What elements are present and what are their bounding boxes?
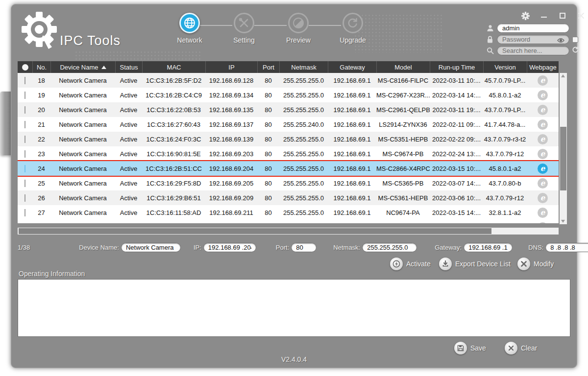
export-download-icon bbox=[439, 258, 452, 270]
device-name-field[interactable] bbox=[121, 243, 181, 252]
column-header-status[interactable]: Status bbox=[115, 61, 142, 73]
cell-no: 20 bbox=[32, 106, 50, 114]
column-header-device-name[interactable]: Device Name bbox=[50, 61, 115, 73]
column-header-ip[interactable]: IP bbox=[205, 61, 257, 73]
port-field[interactable] bbox=[291, 243, 317, 252]
table-row[interactable]: 20Network CameraActive1C:C3:16:22:0B:531… bbox=[18, 102, 559, 117]
cell-port: 80 bbox=[257, 136, 279, 143]
table-row[interactable]: 23Network CameraActive1C:C3:16:90:81:5E1… bbox=[18, 146, 559, 161]
minimize-icon[interactable] bbox=[539, 11, 549, 21]
row-checkbox[interactable] bbox=[24, 180, 25, 187]
activate-button[interactable]: Activate bbox=[390, 258, 431, 270]
column-header-mac[interactable]: MAC bbox=[142, 61, 205, 73]
nav-item-setting[interactable]: Setting bbox=[222, 13, 266, 44]
row-checkbox[interactable] bbox=[24, 77, 25, 84]
netmask-field[interactable] bbox=[362, 243, 417, 252]
webpage-browser-icon[interactable]: e bbox=[538, 164, 548, 174]
scroll-down-arrow-icon[interactable] bbox=[561, 220, 565, 223]
cell-gateway: 192.168.69.1 bbox=[328, 165, 376, 172]
vertical-scrollbar[interactable] bbox=[560, 73, 567, 224]
cell-ip: 192.168.69.205 bbox=[205, 180, 257, 187]
webpage-browser-icon[interactable]: e bbox=[538, 90, 548, 100]
nav-item-upgrade[interactable]: Upgrade bbox=[331, 13, 375, 44]
preview-icon bbox=[288, 13, 309, 33]
scroll-up-arrow-icon[interactable] bbox=[561, 74, 565, 77]
webpage-browser-icon[interactable]: e bbox=[538, 134, 548, 144]
maximize-icon[interactable] bbox=[558, 11, 567, 21]
cell-version: 43.7.0.79-r3-t2 bbox=[483, 136, 527, 143]
vertical-scrollbar-thumb[interactable] bbox=[560, 127, 566, 190]
cell-runup: 2022-03-15 14:... bbox=[430, 209, 483, 216]
webpage-browser-icon[interactable]: e bbox=[538, 75, 548, 86]
cell-gateway: 192.168.69.1 bbox=[328, 106, 376, 114]
cell-version: 43.7.0.79-r12 bbox=[483, 150, 527, 158]
table-row[interactable]: 22Network CameraActive1C:C3:16:24:F0:3C1… bbox=[18, 132, 559, 146]
search-input[interactable] bbox=[497, 46, 569, 55]
cell-gateway: 192.168.69.1 bbox=[328, 194, 376, 202]
webpage-browser-icon[interactable]: e bbox=[538, 149, 548, 159]
gateway-label: Gateway: bbox=[435, 244, 462, 251]
row-checkbox[interactable] bbox=[24, 121, 25, 128]
ip-field[interactable] bbox=[203, 243, 256, 252]
refresh-icon[interactable] bbox=[572, 46, 579, 55]
row-checkbox[interactable] bbox=[24, 194, 25, 202]
collapsed-side-panel-tab[interactable] bbox=[0, 92, 12, 155]
table-row[interactable]: 26Network CameraActive1C:C3:16:29:B6:511… bbox=[18, 190, 559, 205]
settings-gear-icon[interactable] bbox=[520, 11, 530, 21]
table-row[interactable]: 24Network CameraActive1C:C3:16:2B:51:CC1… bbox=[18, 161, 559, 176]
column-header-webpage[interactable]: Webpage bbox=[527, 61, 559, 73]
row-checkbox-checked[interactable] bbox=[24, 165, 25, 172]
row-checkbox[interactable] bbox=[24, 209, 25, 216]
select-all-checkbox[interactable] bbox=[18, 61, 32, 73]
show-password-eye-icon[interactable] bbox=[557, 36, 564, 45]
column-header-runup-time[interactable]: Run-up Time bbox=[430, 61, 483, 73]
column-header-gateway[interactable]: Gateway bbox=[328, 61, 376, 73]
cell-version: 32.8.1.1-a2 bbox=[483, 209, 527, 216]
column-header-port[interactable]: Port bbox=[257, 61, 279, 73]
close-icon[interactable] bbox=[576, 11, 586, 21]
table-row[interactable]: 25Network CameraActive1C:C3:16:29:F5:8D1… bbox=[18, 176, 559, 190]
username-input[interactable] bbox=[497, 24, 569, 33]
app-title: IPC Tools bbox=[60, 33, 121, 48]
cell-mac: 1C:C3:16:2B:C4:C9 bbox=[142, 92, 205, 99]
cell-version: 45.7.0.79-LP... bbox=[483, 77, 527, 84]
cell-no: 27 bbox=[32, 209, 50, 216]
cell-model: MS-C8166-FILPC bbox=[376, 77, 430, 84]
horizontal-scrollbar-thumb[interactable] bbox=[19, 228, 491, 234]
webpage-browser-icon[interactable]: e bbox=[538, 193, 548, 203]
column-header-netmask[interactable]: Netmask bbox=[279, 61, 328, 73]
export-device-list-button[interactable]: Export Device List bbox=[439, 258, 511, 270]
webpage-browser-icon[interactable]: e bbox=[538, 105, 548, 115]
cell-model: MS-C2967-X23R... bbox=[376, 92, 430, 99]
cell-mac: 1C:C3:16:11:58:AD bbox=[142, 209, 205, 216]
table-row[interactable]: 18Network CameraActive1C:C3:16:2B:5F:D21… bbox=[18, 73, 559, 88]
row-checkbox[interactable] bbox=[24, 150, 25, 158]
modify-button[interactable]: Modify bbox=[517, 258, 554, 270]
table-row[interactable]: 19Network CameraActive1C:C3:16:2B:C4:C91… bbox=[18, 88, 559, 102]
search-icon bbox=[485, 47, 495, 54]
gateway-field[interactable] bbox=[464, 243, 513, 252]
save-button[interactable]: Save bbox=[454, 342, 486, 354]
nav-item-preview[interactable]: Preview bbox=[276, 13, 320, 44]
device-name-label: Device Name: bbox=[79, 244, 119, 251]
dns-field[interactable] bbox=[545, 243, 588, 252]
nav-item-network[interactable]: Network bbox=[168, 13, 212, 44]
table-row[interactable]: 27Network CameraActive1C:C3:16:11:58:AD1… bbox=[18, 205, 559, 220]
cell-mac: 1C:C3:16:24:F0:3C bbox=[142, 136, 205, 143]
cell-mac: 1C:C3:16:2B:51:CC bbox=[142, 165, 205, 172]
cell-no: 25 bbox=[32, 180, 50, 187]
webpage-browser-icon[interactable]: e bbox=[538, 119, 548, 130]
cell-name: Network Camera bbox=[50, 121, 115, 128]
column-header-version[interactable]: Version bbox=[483, 61, 527, 73]
webpage-browser-icon[interactable]: e bbox=[538, 178, 548, 188]
column-header-model[interactable]: Model bbox=[376, 61, 430, 73]
horizontal-scrollbar[interactable] bbox=[18, 228, 559, 235]
webpage-browser-icon[interactable]: e bbox=[538, 208, 548, 218]
row-checkbox[interactable] bbox=[24, 106, 25, 114]
row-checkbox[interactable] bbox=[24, 92, 25, 99]
table-row[interactable]: 21Network CameraActive1C:C3:16:27:60:431… bbox=[18, 117, 559, 132]
row-checkbox[interactable] bbox=[24, 136, 25, 143]
clear-button[interactable]: Clear bbox=[505, 342, 537, 354]
remember-password-checkbox[interactable] bbox=[572, 37, 578, 43]
column-header-no[interactable]: No. bbox=[32, 61, 50, 73]
